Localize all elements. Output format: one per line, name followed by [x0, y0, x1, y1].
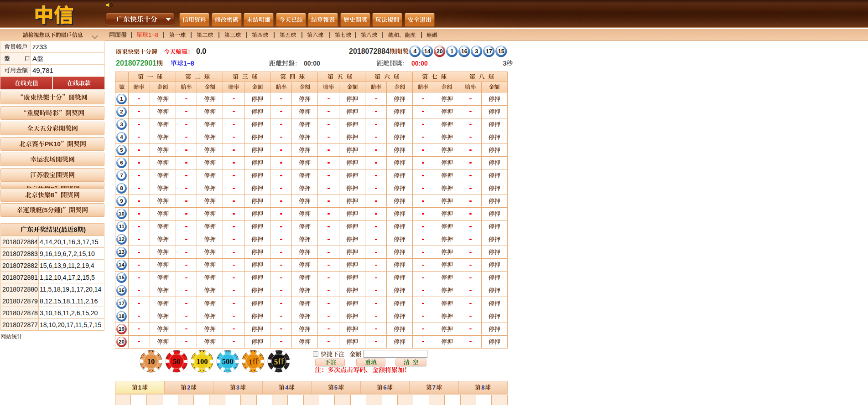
svg-text:100: 100 [197, 357, 208, 366]
svg-text:11: 11 [119, 224, 125, 230]
svg-text:12: 12 [119, 237, 125, 242]
svg-text:1: 1 [249, 358, 253, 366]
svg-text:17: 17 [119, 301, 125, 306]
svg-text:5: 5 [120, 147, 124, 153]
svg-text:2: 2 [120, 109, 123, 114]
svg-text:9: 9 [120, 198, 123, 204]
svg-text:500: 500 [222, 357, 234, 366]
svg-text:20: 20 [437, 48, 443, 55]
svg-text:13: 13 [119, 250, 125, 255]
svg-text:14: 14 [424, 48, 431, 55]
svg-text:3: 3 [120, 122, 123, 127]
svg-text:50: 50 [173, 357, 181, 366]
svg-text:10: 10 [147, 357, 155, 366]
svg-text:4: 4 [413, 48, 417, 55]
svg-text:17: 17 [486, 48, 492, 55]
svg-text:4: 4 [120, 134, 124, 140]
svg-text:19: 19 [119, 326, 125, 332]
svg-text:3: 3 [475, 48, 478, 55]
svg-text:15: 15 [498, 48, 504, 55]
svg-text:1: 1 [450, 48, 453, 55]
svg-text:7: 7 [120, 173, 123, 178]
svg-text:8: 8 [120, 185, 124, 191]
svg-text:5: 5 [274, 358, 278, 366]
svg-text:16: 16 [119, 288, 125, 293]
svg-text:20: 20 [119, 339, 125, 344]
svg-text:1: 1 [120, 96, 124, 102]
svg-text:18: 18 [119, 313, 125, 319]
svg-text:15: 15 [119, 275, 125, 281]
svg-text:14: 14 [119, 262, 125, 268]
svg-text:16: 16 [461, 48, 468, 55]
svg-text:10: 10 [119, 211, 125, 216]
svg-text:6: 6 [120, 160, 123, 165]
